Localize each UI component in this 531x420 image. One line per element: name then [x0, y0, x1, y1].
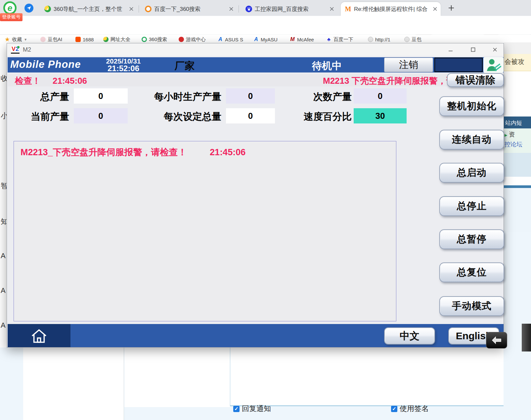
continuous-auto-button[interactable]: 连续自动: [439, 130, 504, 150]
tab-label: 百度一下_360搜索: [154, 5, 226, 13]
tab-separator: [239, 5, 239, 13]
window-maximize-button[interactable]: [469, 46, 477, 53]
tab-close-icon[interactable]: [330, 7, 334, 11]
master-pause-button[interactable]: 总暂停: [439, 229, 504, 249]
tab-gongkong[interactable]: 工控家园网_百度搜索: [242, 2, 337, 16]
v2-app-icon: V2: [11, 46, 20, 54]
bg-band: [504, 188, 531, 232]
maximize-icon: [470, 47, 476, 52]
bg-left-text: 知: [1, 217, 7, 227]
m2-window: V2 M2 Mobile Phone 2025/10/31 21:52:06 厂…: [7, 43, 504, 348]
tab-separator: [139, 5, 139, 13]
browser-tab-bar: e + 360导航_一个主页，整个世 百度一下_360搜索 工控家园网_百度搜索…: [0, 0, 531, 16]
tab-label: 工控家园网_百度搜索: [255, 5, 327, 13]
bookmark-mcafee[interactable]: MMcAfee: [290, 35, 314, 44]
stat-value-speed-percent[interactable]: 30: [354, 108, 407, 123]
stat-value-cycle-output[interactable]: 0: [354, 88, 407, 104]
login-account-badge[interactable]: 登录账号: [0, 13, 22, 21]
connected-user-icon: [486, 58, 501, 72]
bg-reply-textarea[interactable]: [230, 348, 504, 406]
bookmark-wangzhi[interactable]: 网址大全: [103, 35, 130, 44]
bookmark-favorites[interactable]: ★收藏▼: [5, 35, 27, 44]
tab-ymmfa-active[interactable]: M Re:维伦触摸屏远程软件| 综合: [341, 2, 441, 16]
alarm-marquee-strip: 检查！21:45:06 M2213 下壳空盘升降伺服报警，请: [8, 74, 504, 86]
stat-value-total-output[interactable]: 0: [74, 88, 128, 104]
master-start-button[interactable]: 总启动: [439, 163, 504, 183]
hmi-bottom-nav: 中文 English: [8, 324, 504, 347]
tab-close-icon[interactable]: [229, 7, 234, 11]
bookmark-360search[interactable]: 360搜索: [142, 35, 167, 44]
360nav-icon: +: [44, 6, 51, 12]
bg-left-text: A: [1, 321, 7, 330]
reply-notify-checkbox-row: ✓ 回复通知: [233, 404, 271, 414]
stat-value-current-output[interactable]: 0: [74, 108, 128, 123]
window-close-button[interactable]: [491, 46, 499, 53]
hmi-vendor-label: 厂家: [175, 59, 195, 73]
baidu-paw-icon: [245, 6, 252, 12]
home-icon: [29, 326, 49, 345]
remote-back-button[interactable]: [486, 332, 507, 349]
checkbox-label: 使用签名: [400, 404, 429, 414]
connection-avatar-box[interactable]: [483, 57, 504, 72]
bookmark-doubao-ai[interactable]: 豆包AI: [40, 35, 62, 44]
globe-icon: [368, 37, 373, 42]
forum-m-icon: M: [345, 6, 351, 12]
stat-value-hourly-output[interactable]: 0: [226, 88, 275, 104]
doubao-icon: [40, 37, 46, 42]
checkbox-checked-icon[interactable]: ✓: [233, 406, 240, 412]
error-clear-button[interactable]: 错误清除: [447, 73, 504, 87]
alarm-marquee-left: 检查！21:45:06: [15, 75, 87, 87]
tab-baidu-search[interactable]: 百度一下_360搜索: [141, 2, 237, 16]
master-reset-button[interactable]: 总复位: [439, 262, 504, 282]
browser-toolbar: AI ymmfa.com / Re:维伦触摸屏远程软件| 综合讨论 - 地铁: [0, 16, 531, 35]
window-title-bar[interactable]: V2 M2: [7, 43, 504, 56]
bg-link-forum[interactable]: 控论坛: [505, 140, 531, 148]
window-minimize-button[interactable]: [446, 46, 455, 53]
messenger-icon[interactable]: [24, 4, 33, 13]
machine-status: 待机中: [312, 59, 342, 73]
master-stop-button[interactable]: 总停止: [439, 196, 504, 216]
bg-band: [504, 177, 531, 185]
bookmark-asus[interactable]: AASUS S: [218, 35, 243, 44]
bg-left-text: A: [1, 252, 7, 260]
browser-logo-icon[interactable]: e: [3, 1, 17, 15]
360search-icon: [145, 6, 152, 12]
manual-mode-button[interactable]: 手动模式: [439, 296, 504, 316]
stat-label: 速度百分比: [295, 110, 352, 123]
tab-360nav[interactable]: + 360导航_一个主页，整个世: [40, 2, 137, 16]
bookmark-http[interactable]: http://1: [368, 35, 390, 44]
tab-close-icon[interactable]: [129, 7, 134, 11]
bg-link-res[interactable]: ▶ 资: [505, 130, 531, 138]
tab-label: Re:维伦触摸屏远程软件| 综合: [354, 5, 430, 13]
language-chinese-button[interactable]: 中文: [384, 327, 435, 345]
user-field-box[interactable]: [434, 58, 483, 72]
nav-home-tab[interactable]: [8, 324, 70, 347]
hmi-datetime: 2025/10/31 21:52:06: [90, 58, 156, 72]
hmi-brand: Mobile Phone: [10, 59, 81, 70]
wangzhi-icon: [103, 37, 109, 42]
scrollbar-thumb[interactable]: [522, 324, 531, 351]
machine-init-button[interactable]: 整机初始化: [439, 96, 504, 116]
game-center-icon: [179, 37, 184, 42]
checkbox-checked-icon[interactable]: ✓: [391, 406, 397, 412]
bg-panel-title: 站内短: [504, 117, 531, 128]
stat-value-set-total[interactable]: 0: [226, 108, 275, 123]
bookmark-doubao2[interactable]: 豆包: [404, 35, 421, 44]
bookmark-1688[interactable]: 1688: [75, 35, 94, 44]
alarm-list-panel[interactable]: M2213_下壳空盘升降伺服报警，请检查！ 21:45:06: [14, 141, 396, 321]
logout-button[interactable]: 注销: [384, 58, 433, 72]
new-tab-button[interactable]: [447, 4, 455, 12]
1688-icon: [75, 37, 81, 42]
tab-close-icon[interactable]: [433, 7, 437, 11]
alarm-entry-text: M2213_下壳空盘升降伺服报警，请检查！: [21, 147, 187, 157]
stat-label: 每小时生产产量: [139, 90, 221, 104]
bookmark-game-center[interactable]: 游戏中心: [179, 35, 206, 44]
stat-label: 当前产量: [14, 110, 69, 123]
close-icon: [492, 47, 498, 52]
bookmark-baidu[interactable]: ♣百度一下: [326, 35, 353, 44]
baidu-paw-icon: ♣: [326, 37, 332, 42]
bg-right-strip: [504, 42, 531, 54]
stat-label: 每次设定总量: [139, 110, 221, 123]
bg-left-text: A: [1, 286, 7, 295]
bookmark-myasus[interactable]: AMyASU: [253, 35, 278, 44]
